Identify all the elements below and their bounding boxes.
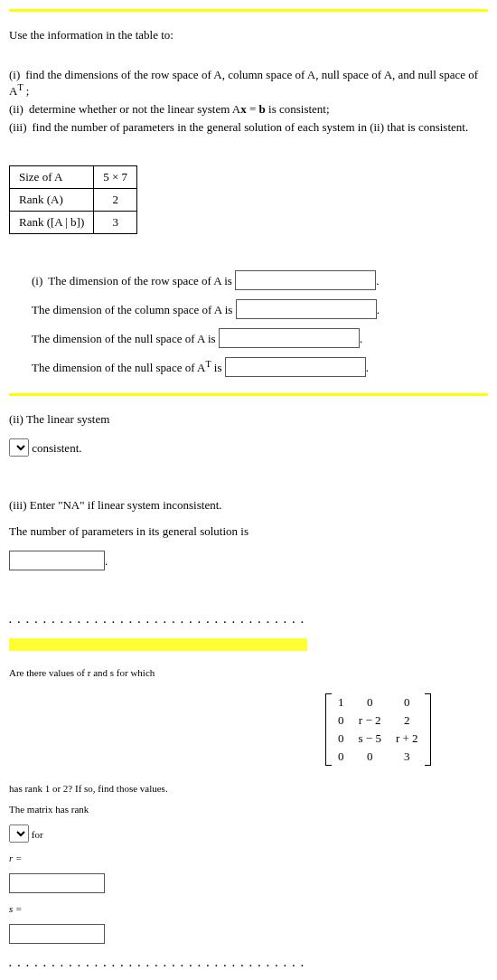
q3-heading: (iii) Enter "NA" if linear system incons…	[9, 498, 488, 513]
p2-q: has rank 1 or 2? If so, find those value…	[9, 783, 488, 794]
table-cell: 5 × 7	[94, 166, 137, 189]
q1-a-label: The dimension of the row space of A is	[48, 274, 232, 287]
intro-iii: (iii)find the number of parameters in th…	[9, 120, 488, 135]
table-cell: Size of A	[10, 166, 94, 189]
p2-r-input[interactable]	[9, 873, 105, 893]
intro-block: Use the information in the table to: (i)…	[9, 28, 488, 135]
intro-i: (i)find the dimensions of the row space …	[9, 68, 488, 99]
p2-matrix: 100 0r − 22 0s − 5r + 2 003	[325, 693, 431, 766]
q3-line: The number of parameters in its general …	[9, 524, 488, 539]
q1-a-input[interactable]	[235, 270, 376, 290]
q2-select[interactable]	[9, 438, 29, 457]
dotted-divider: . . . . . . . . . . . . . . . . . . . . …	[9, 614, 307, 625]
p2-r-label: r =	[9, 853, 488, 863]
question-2: (ii) The linear system consistent.	[9, 412, 488, 457]
p2-for: for	[32, 829, 43, 840]
table-cell: 3	[94, 212, 137, 234]
question-3: (iii) Enter "NA" if linear system incons…	[9, 498, 488, 570]
p2-s-input[interactable]	[9, 924, 105, 944]
problem-2: Are there values of r and s for which 10…	[9, 667, 488, 944]
table-cell: Rank (A)	[10, 189, 94, 212]
table-cell: 2	[94, 189, 137, 212]
p2-rank-select[interactable]	[9, 825, 29, 843]
divider-1	[9, 393, 488, 396]
p2-line: The matrix has rank	[9, 804, 488, 815]
table-cell: Rank ([A | b])	[10, 212, 94, 234]
q3-input[interactable]	[9, 551, 105, 570]
p2-s-label: s =	[9, 903, 488, 914]
info-table: Size of A5 × 7 Rank (A)2 Rank ([A | b])3	[9, 165, 137, 234]
q2-tail: consistent.	[32, 441, 81, 455]
q1-b-label: The dimension of the column space of A i…	[32, 303, 232, 316]
q1-b-input[interactable]	[236, 299, 377, 319]
intro-ii: (ii)determine whether or not the linear …	[9, 102, 488, 117]
q1-c-input[interactable]	[219, 328, 360, 348]
q1-d-label: The dimension of the null space of AT is	[32, 361, 221, 374]
divider-top	[9, 9, 488, 12]
intro-lead: Use the information in the table to:	[9, 28, 488, 42]
q2-heading: (ii) The linear system	[9, 412, 488, 427]
q1-d-input[interactable]	[225, 357, 366, 377]
q1-c-label: The dimension of the null space of A is	[32, 332, 216, 345]
dotted-divider-2: . . . . . . . . . . . . . . . . . . . . …	[9, 957, 307, 968]
p2-matrix-block: 100 0r − 22 0s − 5r + 2 003	[325, 688, 488, 773]
question-1: (i)The dimension of the row space of A i…	[9, 270, 488, 377]
p2-lead: Are there values of r and s for which	[9, 667, 488, 678]
highlight-bar	[9, 638, 307, 651]
